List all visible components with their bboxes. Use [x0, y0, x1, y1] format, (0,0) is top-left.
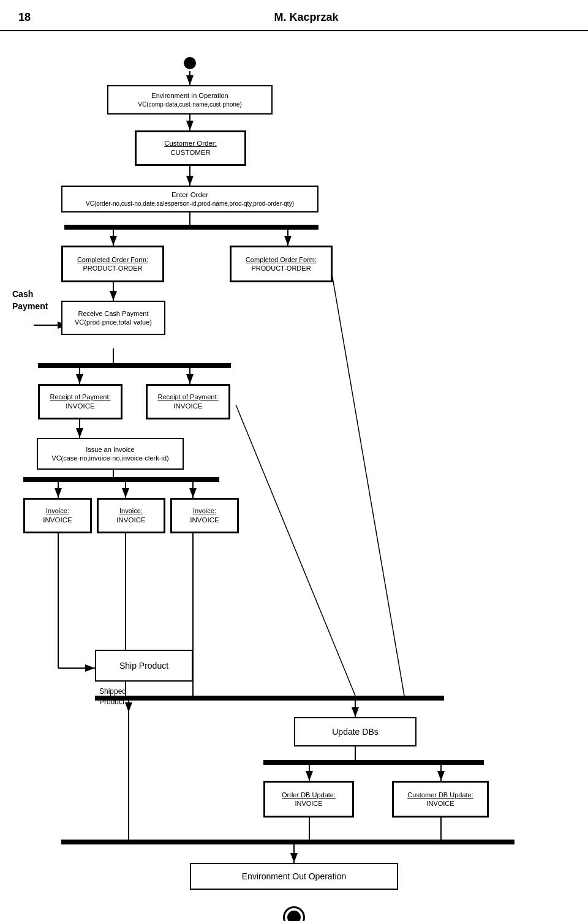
- customer-db-update-box: Customer DB Update: INVOICE: [392, 781, 489, 818]
- order-db-subtitle: INVOICE: [295, 799, 322, 808]
- invoice2-box: Invoice: INVOICE: [97, 498, 165, 533]
- page-header: 18 M. Kacprzak: [0, 0, 588, 31]
- final-sync-bar: [61, 840, 514, 844]
- completed-order-right-box: Completed Order Form: PRODUCT-ORDER: [230, 246, 333, 282]
- invoice3-subtitle: INVOICE: [190, 516, 219, 525]
- enter-order-text1: Enter Order: [172, 190, 208, 200]
- customer-db-title: Customer DB Update:: [407, 791, 473, 799]
- customer-order-box: Customer Order: CUSTOMER: [135, 130, 246, 166]
- svg-line-22: [331, 267, 404, 696]
- svg-line-23: [236, 405, 355, 696]
- enter-order-text2: VC(order-no,cust-no,date,salesperson-id,…: [86, 200, 294, 208]
- env-out-box: Environment Out Operation: [190, 863, 398, 890]
- receipt-right-subtitle: INVOICE: [173, 402, 202, 411]
- issue-invoice-box: Issue an Invoice VC(case-no,invoice-no,i…: [37, 438, 184, 470]
- receipt-left-title: Receipt of Payment:: [50, 393, 110, 401]
- completed-order-right-title: Completed Order Form:: [246, 255, 317, 264]
- receipt-right-box: Receipt of Payment: INVOICE: [146, 384, 230, 419]
- invoice1-box: Invoice: INVOICE: [23, 498, 92, 533]
- end-circle: [287, 911, 301, 921]
- invoice1-title: Invoice:: [46, 506, 69, 515]
- diagram-area: Environment In Operation VC(comp-data,cu…: [0, 31, 588, 876]
- env-in-operation-box: Environment In Operation VC(comp-data,cu…: [107, 85, 273, 115]
- receive-cash-text2: VC(prod-price,total-value): [75, 318, 152, 326]
- cash-payment-label: Cash Payment: [12, 288, 48, 312]
- receive-cash-box: Receive Cash Payment VC(prod-price,total…: [61, 301, 165, 335]
- receipt-right-title: Receipt of Payment:: [157, 393, 218, 401]
- invoice3-title: Invoice:: [193, 506, 216, 515]
- completed-order-left-box: Completed Order Form: PRODUCT-ORDER: [61, 246, 164, 282]
- env-out-text: Environment Out Operation: [242, 871, 346, 882]
- sync-bar-1: [64, 225, 318, 230]
- order-db-title: Order DB Update:: [282, 791, 336, 799]
- start-circle: [184, 57, 196, 69]
- sync-bar-2: [38, 363, 231, 368]
- sync-bar-3: [23, 477, 219, 482]
- ship-product-box: Ship Product: [95, 650, 193, 682]
- invoice2-title: Invoice:: [119, 506, 143, 515]
- receipt-left-box: Receipt of Payment: INVOICE: [38, 384, 123, 419]
- customer-order-subtitle: CUSTOMER: [170, 148, 211, 157]
- sync-bar-bottom: [95, 696, 444, 701]
- update-dbs-box: Update DBs: [294, 717, 417, 746]
- completed-order-right-subtitle: PRODUCT-ORDER: [251, 264, 311, 273]
- env-in-text2: VC(comp-data,cust-name,cust-phone): [138, 100, 242, 108]
- sync-bar-5: [263, 760, 484, 765]
- invoice2-subtitle: INVOICE: [116, 516, 145, 525]
- invoice1-subtitle: INVOICE: [43, 516, 72, 525]
- env-in-text1: Environment In Operation: [151, 91, 228, 100]
- author-title: M. Kacprzak: [43, 11, 570, 24]
- update-dbs-text: Update DBs: [332, 726, 378, 737]
- receipt-left-subtitle: INVOICE: [66, 402, 94, 411]
- page: 18 M. Kacprzak: [0, 0, 588, 921]
- customer-db-subtitle: INVOICE: [426, 799, 454, 808]
- completed-order-left-subtitle: PRODUCT-ORDER: [83, 264, 142, 273]
- invoice3-box: Invoice: INVOICE: [170, 498, 239, 533]
- customer-order-title: Customer Order:: [164, 139, 217, 148]
- enter-order-box: Enter Order VC(order-no,cust-no,date,sal…: [61, 186, 318, 212]
- issue-invoice-text1: Issue an Invoice: [86, 445, 135, 454]
- issue-invoice-text2: VC(case-no,invoice-no,invoice-clerk-id): [51, 454, 168, 462]
- order-db-update-box: Order DB Update: INVOICE: [263, 781, 354, 818]
- receive-cash-text1: Receive Cash Payment: [78, 309, 149, 318]
- ship-product-text: Ship Product: [119, 660, 168, 671]
- page-number: 18: [18, 11, 31, 24]
- completed-order-left-title: Completed Order Form:: [77, 255, 148, 264]
